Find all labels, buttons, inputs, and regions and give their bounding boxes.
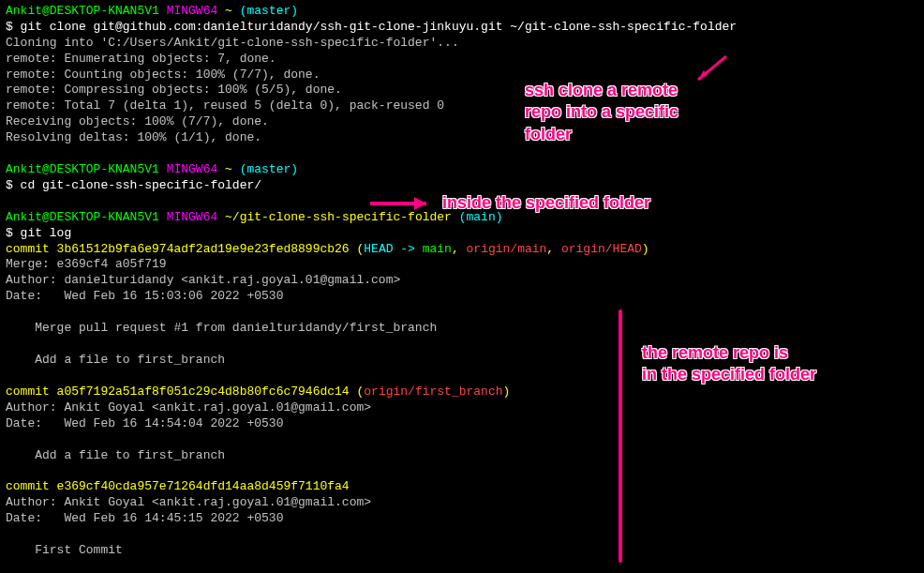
- arrow-2: [365, 189, 440, 218]
- commit-1-date: Date: Wed Feb 16 15:03:06 2022 +0530: [6, 289, 918, 305]
- prompt-line-1: Ankit@DESKTOP-KNAN5V1 MINGW64 ~ (master): [6, 4, 918, 20]
- commit-3-author: Author: Ankit Goyal <ankit.raj.goyal.01@…: [6, 495, 918, 511]
- vertical-line: [618, 309, 622, 563]
- commit-1-author: Author: danielturidandy <ankit.raj.goyal…: [6, 273, 918, 289]
- clone-output-6: Resolving deltas: 100% (1/1), done.: [6, 130, 918, 146]
- commit-1-merge: Merge: e369cf4 a05f719: [6, 257, 918, 273]
- commit-3-msg: First Commit: [6, 543, 918, 559]
- commit-1-header: commit 3b61512b9fa6e974adf2ad19e9e23fed8…: [6, 242, 918, 258]
- terminal-output: Ankit@DESKTOP-KNAN5V1 MINGW64 ~ (master)…: [6, 4, 918, 559]
- clone-output-2: remote: Counting objects: 100% (7/7), do…: [6, 68, 918, 83]
- commit-2-date: Date: Wed Feb 16 14:54:04 2022 +0530: [6, 416, 918, 432]
- clone-output-3: remote: Compressing objects: 100% (5/5),…: [6, 83, 918, 98]
- command-3: $ git log: [6, 226, 918, 242]
- commit-3-date: Date: Wed Feb 16 14:45:15 2022 +0530: [6, 511, 918, 527]
- annotation-3: the remote repo is in the specified fold…: [642, 342, 816, 386]
- commit-1-msg1: Merge pull request #1 from danielturidan…: [6, 321, 918, 337]
- clone-output-0: Cloning into 'C:/Users/Ankit/git-clone-s…: [6, 36, 918, 52]
- commit-2-msg: Add a file to first_branch: [6, 448, 918, 464]
- annotation-2: inside the specified folder: [442, 192, 650, 214]
- prompt-line-2: Ankit@DESKTOP-KNAN5V1 MINGW64 ~ (master): [6, 162, 918, 178]
- clone-output-4: remote: Total 7 (delta 1), reused 5 (del…: [6, 98, 918, 114]
- commit-3-header: commit e369cf40cda957e71264dfd14aa8d459f…: [6, 479, 918, 495]
- arrow-1: [689, 52, 736, 89]
- commit-2-header: commit a05f7192a51af8f051c29c4d8b80fc6c7…: [6, 385, 918, 400]
- command-1: $ git clone git@github.com:danielturidan…: [6, 20, 918, 36]
- annotation-1: ssh clone a remote repo into a specific …: [525, 80, 678, 145]
- clone-output-1: remote: Enumerating objects: 7, done.: [6, 52, 918, 68]
- clone-output-5: Receiving objects: 100% (7/7), done.: [6, 114, 918, 130]
- commit-2-author: Author: Ankit Goyal <ankit.raj.goyal.01@…: [6, 400, 918, 416]
